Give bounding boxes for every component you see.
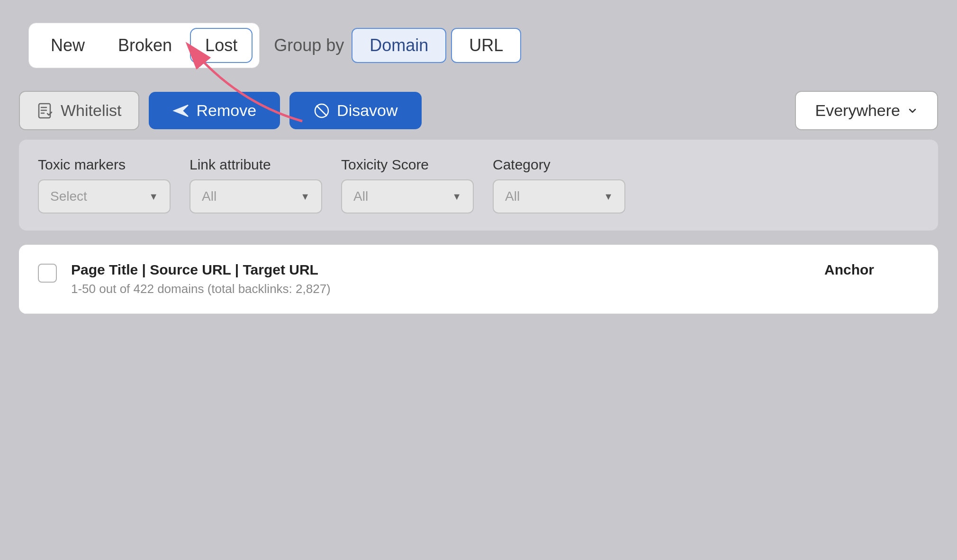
top-bar: New Broken Lost Group by Domain URL [14,14,957,77]
block-icon [313,102,330,119]
page-title-col: Page Title | Source URL | Target URL 1-5… [71,262,810,296]
category-chevron-icon: ▼ [604,191,613,202]
category-value: All [505,189,520,204]
toxicity-score-select[interactable]: All ▼ [341,179,474,213]
toxicity-score-value: All [353,189,368,204]
whitelist-label: Whitelist [61,101,121,120]
action-bar: Whitelist Remove Disavow Everywhere [0,91,957,130]
table-section: Page Title | Source URL | Target URL 1-5… [19,245,938,314]
toxicity-score-label: Toxicity Score [341,157,474,173]
tab-broken[interactable]: Broken [103,28,187,63]
group-by-label: Group by [274,36,344,55]
table-header: Page Title | Source URL | Target URL 1-5… [19,245,938,314]
link-attribute-value: All [202,189,217,204]
group-by-domain-btn[interactable]: Domain [352,28,446,63]
svg-line-3 [316,106,327,116]
remove-button[interactable]: Remove [149,92,280,129]
toxic-markers-label: Toxic markers [38,157,171,173]
everywhere-label: Everywhere [815,101,900,120]
tab-group: New Broken Lost [28,23,260,68]
anchor-col-header: Anchor [824,262,919,278]
link-attribute-label: Link attribute [190,157,322,173]
tab-lost[interactable]: Lost [190,28,253,63]
whitelist-icon [37,102,54,119]
filter-section: Toxic markers Select ▼ Link attribute Al… [19,140,938,231]
toxicity-score-group: Toxicity Score All ▼ [341,157,474,213]
chevron-down-icon [907,105,918,116]
toxic-markers-chevron-icon: ▼ [149,191,158,202]
filter-row: Toxic markers Select ▼ Link attribute Al… [38,157,919,213]
select-all-checkbox[interactable] [38,264,57,283]
tab-new[interactable]: New [36,28,100,63]
disavow-label: Disavow [337,101,397,120]
toxic-markers-select[interactable]: Select ▼ [38,179,171,213]
remove-label: Remove [196,101,256,120]
category-label: Category [493,157,625,173]
category-group: Category All ▼ [493,157,625,213]
category-select[interactable]: All ▼ [493,179,625,213]
group-by-url-btn[interactable]: URL [451,28,521,63]
send-icon [172,102,190,119]
disavow-button[interactable]: Disavow [289,92,421,129]
checkbox-col [38,262,57,283]
page-title-header: Page Title | Source URL | Target URL [71,262,810,278]
everywhere-button[interactable]: Everywhere [795,91,938,130]
main-container: New Broken Lost Group by Domain URL [0,0,957,560]
link-attribute-group: Link attribute All ▼ [190,157,322,213]
whitelist-button[interactable]: Whitelist [19,91,139,130]
toxicity-score-chevron-icon: ▼ [452,191,461,202]
toxic-markers-group: Toxic markers Select ▼ [38,157,171,213]
link-attribute-select[interactable]: All ▼ [190,179,322,213]
toxic-markers-value: Select [50,189,87,204]
table-subtext: 1-50 out of 422 domains (total backlinks… [71,282,810,296]
link-attribute-chevron-icon: ▼ [300,191,310,202]
